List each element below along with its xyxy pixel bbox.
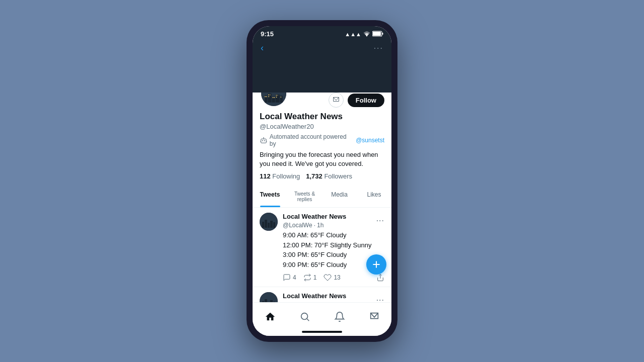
svg-rect-22 bbox=[280, 96, 283, 102]
profile-handle: @LocalWeather20 bbox=[260, 123, 384, 130]
stats-row: 112 Following 1,732 Followers bbox=[260, 172, 384, 180]
tabs-row: Tweets Tweets & replies Media Likes bbox=[253, 185, 391, 208]
svg-line-52 bbox=[307, 319, 309, 321]
tweet-time: 1h bbox=[317, 222, 324, 229]
svg-rect-32 bbox=[262, 222, 264, 228]
svg-point-28 bbox=[263, 137, 264, 138]
svg-rect-13 bbox=[270, 95, 271, 96]
svg-point-0 bbox=[366, 35, 367, 36]
tweet-item: Local Weather News @LocalWe · 1d ··· 9 A… bbox=[253, 287, 391, 302]
tweet-more-button[interactable]: ··· bbox=[376, 216, 384, 225]
tweet-avatar bbox=[260, 213, 278, 231]
wifi-icon bbox=[363, 31, 370, 38]
svg-rect-16 bbox=[272, 97, 273, 98]
svg-point-26 bbox=[264, 140, 265, 141]
svg-rect-33 bbox=[265, 220, 267, 228]
svg-rect-40 bbox=[265, 299, 267, 302]
share-button[interactable] bbox=[376, 274, 384, 282]
message-button[interactable] bbox=[329, 93, 344, 108]
svg-rect-20 bbox=[277, 95, 278, 96]
profile-banner bbox=[253, 57, 391, 93]
tweet-meta: Local Weather News @LocalWe · 1h bbox=[283, 213, 376, 229]
profile-name: Local Weather News bbox=[260, 112, 384, 122]
tweet-more-button[interactable]: ··· bbox=[376, 296, 384, 302]
profile-bio: Bringing you the forecast you need when … bbox=[260, 150, 384, 168]
svg-rect-12 bbox=[268, 95, 269, 96]
svg-rect-17 bbox=[274, 97, 275, 98]
tweet-actions: 4 1 13 bbox=[283, 274, 384, 282]
tweet-handle: @LocalWe bbox=[283, 222, 312, 229]
nav-home[interactable] bbox=[261, 308, 279, 326]
svg-rect-42 bbox=[270, 300, 273, 302]
tab-tweets-replies[interactable]: Tweets & replies bbox=[287, 185, 322, 207]
svg-rect-24 bbox=[261, 139, 267, 143]
signal-icon: ▲▲▲ bbox=[345, 31, 361, 37]
status-time: 9:15 bbox=[261, 30, 274, 38]
svg-rect-38 bbox=[260, 292, 278, 302]
automated-link[interactable]: @sunsetst bbox=[356, 137, 384, 144]
reply-button[interactable]: 4 bbox=[283, 274, 296, 282]
compose-fab-button[interactable] bbox=[366, 254, 386, 275]
tab-media[interactable]: Media bbox=[322, 185, 357, 207]
tab-likes[interactable]: Likes bbox=[357, 185, 391, 207]
nav-search[interactable] bbox=[296, 308, 314, 326]
tweet-header: Local Weather News @LocalWe · 1h ··· bbox=[283, 213, 384, 229]
home-indicator bbox=[253, 329, 391, 336]
svg-point-25 bbox=[262, 140, 263, 141]
svg-rect-3 bbox=[373, 32, 381, 36]
tweet-item: Local Weather News @LocalWe · 1h ··· 9:0… bbox=[253, 208, 391, 287]
action-buttons: Follow bbox=[329, 93, 384, 108]
tweet-avatar bbox=[260, 292, 278, 302]
svg-rect-39 bbox=[262, 301, 264, 302]
tweet-username: Local Weather News bbox=[283, 292, 346, 300]
svg-rect-19 bbox=[276, 95, 277, 96]
like-button[interactable]: 13 bbox=[324, 274, 340, 282]
bottom-nav bbox=[253, 302, 391, 329]
status-icons: ▲▲▲ bbox=[345, 31, 383, 38]
tweet-feed: Local Weather News @LocalWe · 1h ··· 9:0… bbox=[253, 208, 391, 302]
phone-screen: 9:15 ▲▲▲ ‹ ··· bbox=[253, 26, 391, 336]
svg-rect-9 bbox=[265, 96, 266, 97]
svg-rect-34 bbox=[268, 223, 270, 228]
tweet-handle: @LocalWe bbox=[283, 301, 312, 302]
tweet-username: Local Weather News bbox=[283, 213, 346, 220]
nav-notifications[interactable] bbox=[331, 308, 349, 326]
tweet-header: Local Weather News @LocalWe · 1d ··· bbox=[283, 292, 384, 302]
profile-section: Follow Local Weather News @LocalWeather2… bbox=[253, 93, 391, 185]
tweet-meta: Local Weather News @LocalWe · 1d bbox=[283, 292, 376, 302]
svg-rect-36 bbox=[273, 222, 275, 228]
automated-text: Automated account powered by bbox=[270, 133, 354, 147]
follow-button[interactable]: Follow bbox=[348, 94, 384, 107]
svg-rect-23 bbox=[280, 97, 281, 98]
bot-icon bbox=[260, 136, 268, 144]
following-stat[interactable]: 112 Following bbox=[260, 172, 300, 180]
followers-stat[interactable]: 1,732 Followers bbox=[306, 172, 352, 180]
svg-rect-43 bbox=[273, 302, 275, 302]
battery-icon bbox=[372, 31, 383, 38]
svg-rect-10 bbox=[266, 96, 267, 97]
tweet-time: 1d bbox=[317, 301, 324, 302]
back-button[interactable]: ‹ bbox=[261, 43, 264, 53]
home-bar bbox=[302, 331, 342, 333]
svg-rect-35 bbox=[270, 221, 273, 228]
tweet-content: Local Weather News @LocalWe · 1d ··· 9 A… bbox=[283, 292, 384, 302]
status-bar: 9:15 ▲▲▲ bbox=[253, 26, 391, 40]
automated-row: Automated account powered by @sunsetst bbox=[260, 133, 384, 147]
svg-rect-21 bbox=[276, 97, 277, 98]
svg-point-51 bbox=[301, 313, 307, 320]
svg-rect-2 bbox=[382, 33, 383, 35]
more-options-button[interactable]: ··· bbox=[374, 44, 383, 53]
retweet-button[interactable]: 1 bbox=[303, 274, 317, 282]
phone-frame: 9:15 ▲▲▲ ‹ ··· bbox=[247, 20, 397, 342]
tab-tweets[interactable]: Tweets bbox=[253, 185, 287, 207]
svg-rect-14 bbox=[268, 96, 269, 97]
nav-messages[interactable] bbox=[365, 308, 383, 326]
header-bar: ‹ ··· bbox=[253, 40, 391, 57]
